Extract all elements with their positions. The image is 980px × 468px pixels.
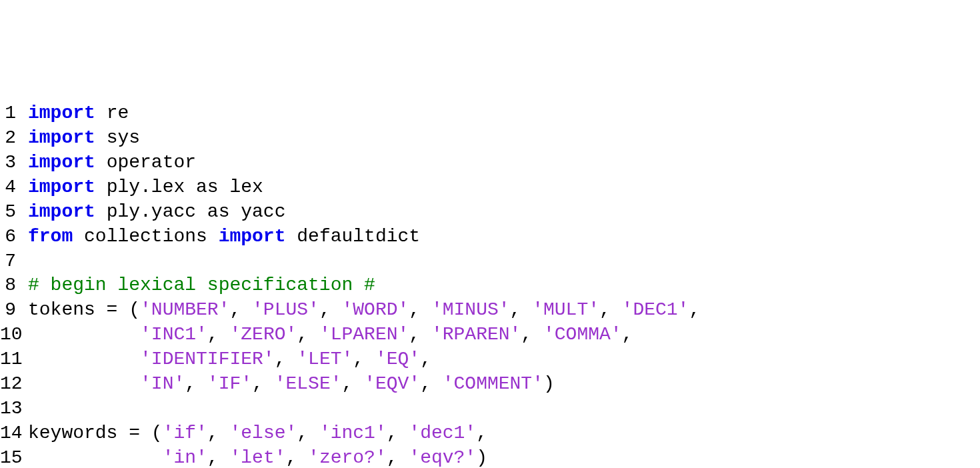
token-string: 'zero?' xyxy=(308,447,387,468)
code-line: 3import operator xyxy=(0,151,980,175)
token-string: 'in' xyxy=(163,447,207,468)
line-number: 9 xyxy=(0,298,28,323)
token-text: , xyxy=(297,324,319,345)
code-content: 'IDENTIFIER', 'LET', 'EQ', xyxy=(28,347,431,372)
token-text: , xyxy=(409,324,431,345)
line-number: 3 xyxy=(0,151,28,175)
code-line: 14keywords = ('if', 'else', 'inc1', 'dec… xyxy=(0,421,980,446)
token-text: , xyxy=(275,349,297,369)
code-content: import operator xyxy=(28,151,196,175)
code-line: 13 xyxy=(0,397,980,421)
token-keyword: from xyxy=(28,226,73,247)
line-number: 12 xyxy=(0,372,28,397)
token-keyword: import xyxy=(28,201,95,222)
token-text: , xyxy=(342,373,365,394)
token-string: 'PLUS' xyxy=(252,299,319,320)
token-text: ply.lex as lex xyxy=(95,177,263,197)
token-text: collections xyxy=(73,226,218,247)
token-text: , xyxy=(207,423,230,443)
line-number: 8 xyxy=(0,273,28,298)
token-text: , xyxy=(599,299,622,320)
line-number: 10 xyxy=(0,323,28,347)
token-string: 'ELSE' xyxy=(275,373,342,394)
token-text: ) xyxy=(543,373,555,394)
token-string: 'INC1' xyxy=(140,324,207,345)
token-string: 'EQV' xyxy=(364,373,420,394)
token-text xyxy=(28,349,140,369)
token-text: re xyxy=(95,103,129,123)
token-text: , xyxy=(285,447,308,468)
token-string: 'let' xyxy=(229,447,285,468)
token-text: , xyxy=(319,299,342,320)
token-text: , xyxy=(207,324,230,345)
token-text: ) xyxy=(476,447,487,468)
token-text: , xyxy=(510,299,533,320)
line-number: 4 xyxy=(0,175,28,200)
token-text: , xyxy=(207,447,230,468)
token-string: 'EQ' xyxy=(375,349,420,369)
line-number: 14 xyxy=(0,421,28,446)
code-content: import re xyxy=(28,101,129,126)
token-text: operator xyxy=(95,152,196,173)
token-keyword: import xyxy=(219,226,286,247)
line-number: 6 xyxy=(0,225,28,249)
code-line: 15 'in', 'let', 'zero?', 'eqv?') xyxy=(0,446,980,468)
code-line: 12 'IN', 'IF', 'ELSE', 'EQV', 'COMMENT') xyxy=(0,372,980,397)
code-content: import sys xyxy=(28,126,140,151)
token-text: , xyxy=(229,299,252,320)
token-text: tokens = ( xyxy=(28,299,140,320)
token-text: , xyxy=(297,423,319,443)
token-text: , xyxy=(409,299,431,320)
code-content: import ply.lex as lex xyxy=(28,175,263,200)
token-keyword: import xyxy=(28,152,95,173)
token-string: 'DEC1' xyxy=(622,299,689,320)
token-string: 'else' xyxy=(229,423,297,443)
code-line: 7 xyxy=(0,249,980,274)
code-content: import ply.yacc as yacc xyxy=(28,200,285,225)
code-line: 11 'IDENTIFIER', 'LET', 'EQ', xyxy=(0,347,980,372)
token-string: 'COMMA' xyxy=(543,324,622,345)
token-comment: # begin lexical specification # xyxy=(28,275,375,295)
line-number: 11 xyxy=(0,347,28,372)
token-text xyxy=(28,324,140,345)
token-text: , xyxy=(387,447,409,468)
code-line: 4import ply.lex as lex xyxy=(0,175,980,200)
token-text: , xyxy=(622,324,633,345)
code-line: 9tokens = ('NUMBER', 'PLUS', 'WORD', 'MI… xyxy=(0,298,980,323)
code-line: 2import sys xyxy=(0,126,980,151)
token-text: , xyxy=(420,373,443,394)
code-line: 10 'INC1', 'ZERO', 'LPAREN', 'RPAREN', '… xyxy=(0,323,980,347)
token-string: 'if' xyxy=(163,423,207,443)
code-block: 1import re2import sys3import operator4im… xyxy=(0,101,980,468)
token-text: , xyxy=(420,349,431,369)
line-number: 2 xyxy=(0,126,28,151)
token-text: ply.yacc as yacc xyxy=(95,201,286,222)
code-content: tokens = ('NUMBER', 'PLUS', 'WORD', 'MIN… xyxy=(28,298,700,323)
token-string: 'IDENTIFIER' xyxy=(140,349,275,369)
code-content: 'INC1', 'ZERO', 'LPAREN', 'RPAREN', 'COM… xyxy=(28,323,633,347)
code-content: from collections import defaultdict xyxy=(28,225,420,249)
line-number: 7 xyxy=(0,249,28,274)
code-content: # begin lexical specification # xyxy=(28,273,375,298)
token-text: , xyxy=(476,423,487,443)
token-string: 'LET' xyxy=(297,349,353,369)
code-line: 5import ply.yacc as yacc xyxy=(0,200,980,225)
token-string: 'ZERO' xyxy=(229,324,297,345)
token-text: keywords = ( xyxy=(28,423,163,443)
token-string: 'eqv?' xyxy=(409,447,476,468)
code-line: 6from collections import defaultdict xyxy=(0,225,980,249)
token-keyword: import xyxy=(28,127,95,148)
token-text: , xyxy=(521,324,543,345)
code-line: 8# begin lexical specification # xyxy=(0,273,980,298)
token-text: , xyxy=(387,423,409,443)
code-line: 1import re xyxy=(0,101,980,126)
token-keyword: import xyxy=(28,103,95,123)
token-text xyxy=(28,373,140,394)
token-text xyxy=(28,447,163,468)
token-string: 'dec1' xyxy=(409,423,476,443)
line-number: 1 xyxy=(0,101,28,126)
token-string: 'MULT' xyxy=(532,299,599,320)
code-content: keywords = ('if', 'else', 'inc1', 'dec1'… xyxy=(28,421,487,446)
code-content: 'in', 'let', 'zero?', 'eqv?') xyxy=(28,446,487,468)
token-string: 'NUMBER' xyxy=(140,299,229,320)
